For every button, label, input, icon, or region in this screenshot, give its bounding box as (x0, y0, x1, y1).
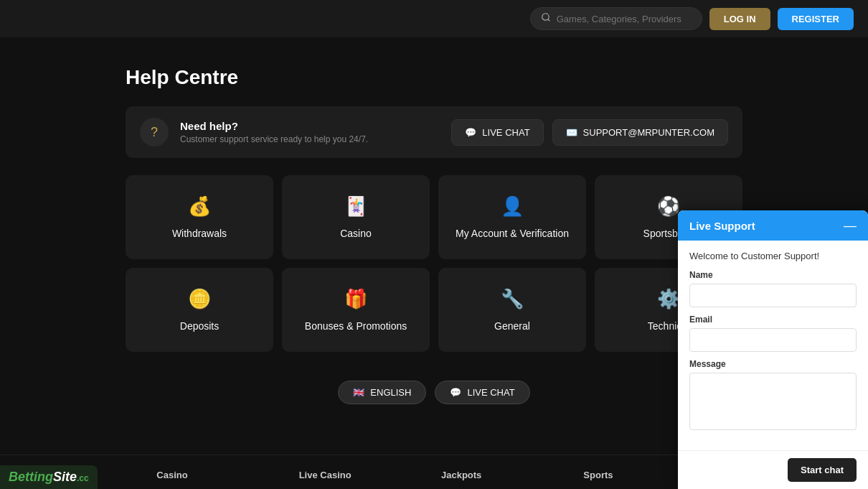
svg-line-1 (547, 19, 549, 22)
need-help-icon: ? (140, 118, 169, 146)
page-title: Help Centre (126, 66, 742, 89)
category-grid: 💰 Withdrawals 🃏 Casino 👤 My Account & Ve… (126, 175, 742, 352)
category-deposits[interactable]: 🪙 Deposits (126, 268, 273, 352)
deposits-label: Deposits (180, 320, 219, 332)
logo-site-text: Site (53, 470, 77, 484)
sportsbook-icon: ⚽ (657, 195, 680, 218)
footer-col-casino: Casino Top (156, 470, 284, 489)
need-help-title: Need help? (180, 120, 440, 132)
welcome-text: Welcome to Customer Support! (689, 251, 857, 261)
language-label: ENGLISH (370, 387, 411, 398)
footer-live-chat-button[interactable]: 💬 LIVE CHAT (435, 381, 529, 404)
footer-chat-icon: 💬 (450, 387, 461, 398)
withdrawals-label: Withdrawals (172, 228, 227, 239)
withdrawals-icon: 💰 (188, 195, 211, 218)
category-my-account[interactable]: 👤 My Account & Verification (438, 175, 586, 259)
live-chat-label: LIVE CHAT (482, 127, 529, 138)
footer-col-jackpots-heading: Jackpots (441, 470, 569, 480)
flag-icon: 🇬🇧 (353, 387, 364, 398)
main-content: Help Centre ? Need help? Customer suppor… (111, 37, 757, 455)
casino-label: Casino (340, 228, 372, 239)
category-casino[interactable]: 🃏 Casino (282, 175, 430, 259)
logo-betting-text: Betting (9, 470, 53, 484)
footer-col-live-casino-heading: Live Casino (299, 470, 427, 480)
name-input[interactable] (689, 284, 857, 307)
email-icon: ✉️ (566, 127, 577, 138)
email-input[interactable] (689, 328, 857, 352)
my-account-label: My Account & Verification (456, 228, 569, 239)
support-email-button[interactable]: ✉️ SUPPORT@MRPUNTER.COM (552, 119, 728, 146)
live-support-title: Live Support (689, 220, 755, 232)
live-support-body: Welcome to Customer Support! Name Email … (678, 241, 868, 450)
search-input[interactable] (557, 14, 692, 24)
chat-icon: 💬 (465, 127, 476, 138)
category-withdrawals[interactable]: 💰 Withdrawals (126, 175, 273, 259)
message-input[interactable] (689, 373, 857, 430)
general-label: General (494, 320, 530, 332)
category-general[interactable]: 🔧 General (438, 268, 586, 352)
deposits-icon: 🪙 (188, 288, 211, 310)
bonuses-icon: 🎁 (344, 288, 367, 310)
header: LOG IN REGISTER (0, 0, 868, 37)
live-support-panel: Live Support — Welcome to Customer Suppo… (678, 210, 868, 489)
minimize-button[interactable]: — (844, 219, 857, 232)
general-icon: 🔧 (501, 288, 524, 310)
start-chat-button[interactable]: Start chat (788, 458, 857, 482)
email-label: Email (689, 315, 857, 325)
technical-icon: ⚙️ (657, 288, 680, 310)
search-bar[interactable] (530, 7, 702, 30)
my-account-icon: 👤 (501, 195, 524, 218)
casino-icon: 🃏 (344, 195, 367, 218)
login-button[interactable]: LOG IN (709, 8, 770, 30)
footer-col-jackpots: Jackpots Hot Jackpots New Jackpots Daily… (441, 470, 569, 489)
footer-lang-row: 🇬🇧 ENGLISH 💬 LIVE CHAT (126, 381, 742, 404)
live-support-footer: Start chat (678, 450, 868, 489)
need-help-banner: ? Need help? Customer support service re… (126, 106, 742, 158)
footer-col-live-casino: Live Casino Top Live Casino Roulette Bla… (299, 470, 427, 489)
register-button[interactable]: REGISTER (778, 8, 854, 30)
name-label: Name (689, 270, 857, 280)
logo-cc-text: .cc (77, 473, 89, 483)
footer-col-casino-heading: Casino (156, 470, 284, 480)
bonuses-label: Bonuses & Promotions (305, 320, 407, 332)
category-bonuses[interactable]: 🎁 Bonuses & Promotions (282, 268, 430, 352)
logo-watermark: BettingSite.cc (0, 465, 98, 489)
message-label: Message (689, 359, 857, 369)
live-support-header: Live Support — (678, 210, 868, 241)
need-help-subtitle: Customer support service ready to help y… (180, 134, 440, 144)
footer-live-chat-label: LIVE CHAT (467, 387, 514, 398)
need-help-text: Need help? Customer support service read… (180, 120, 440, 144)
support-email-label: SUPPORT@MRPUNTER.COM (583, 127, 714, 138)
language-button[interactable]: 🇬🇧 ENGLISH (338, 381, 426, 404)
search-icon (541, 12, 551, 25)
banner-actions: 💬 LIVE CHAT ✉️ SUPPORT@MRPUNTER.COM (451, 119, 728, 146)
svg-point-0 (542, 14, 549, 20)
live-chat-button[interactable]: 💬 LIVE CHAT (451, 119, 543, 146)
